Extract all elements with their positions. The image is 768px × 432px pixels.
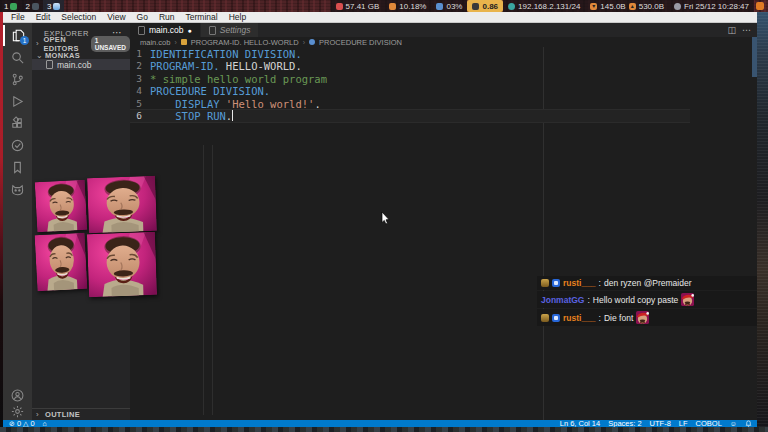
system-top-bar: 1 2 3 57.41 GB 10.18% 03% 0.86 xyxy=(0,0,768,12)
testing-icon[interactable] xyxy=(3,135,32,156)
code-line-5: 5 DISPLAY 'Hello world!' . xyxy=(130,98,690,110)
tab-bar: main.cob ● Settings ◫ ⋯ xyxy=(130,23,757,37)
file-icon xyxy=(138,26,145,35)
chat-text: Die font xyxy=(604,313,633,323)
code-token: IDENTIFICATION DIVISION. xyxy=(150,48,302,60)
chat-message: rusti___: Die font xyxy=(537,309,757,326)
menu-view[interactable]: View xyxy=(107,12,125,22)
code-line-2: 2 PROGRAM-ID. HELLO-WORLD. xyxy=(130,60,690,72)
menu-edit[interactable]: Edit xyxy=(36,12,51,22)
warning-icon: △ xyxy=(23,420,28,427)
code-token: PROGRAM-ID. xyxy=(150,60,220,72)
split-editor-icon[interactable]: ◫ xyxy=(727,25,736,35)
chat-text: Hello world copy paste xyxy=(593,295,679,305)
home-icon: ⌂ xyxy=(43,420,47,427)
code-file-icon xyxy=(53,3,60,10)
load-module: 0.86 xyxy=(467,0,503,12)
code-token: HELLO-WORLD. xyxy=(220,60,302,72)
code-area[interactable]: 1 IDENTIFICATION DIVISION. 2 PROGRAM-ID.… xyxy=(130,47,757,420)
menu-run[interactable]: Run xyxy=(159,12,175,22)
code-token: STOP RUN xyxy=(150,110,226,122)
santa-risitas-emote-icon xyxy=(636,311,649,324)
tab-settings[interactable]: Settings xyxy=(200,23,259,37)
date-time: Fri 25/12 10:28:47 xyxy=(684,2,749,11)
activity-bar: 1 xyxy=(3,23,32,420)
sub-badge-icon xyxy=(541,314,549,322)
line-number: 1 xyxy=(130,48,150,60)
problems-indicator[interactable]: ⊘ 0 △ 0 xyxy=(9,420,35,427)
line-number: 4 xyxy=(130,85,150,97)
breadcrumb-procedure[interactable]: PROCEDURE DIVISION xyxy=(319,38,402,47)
extensions-icon[interactable] xyxy=(3,113,32,134)
run-debug-icon[interactable] xyxy=(3,91,32,112)
desktop: 1 2 3 57.41 GB 10.18% 03% 0.86 xyxy=(0,0,768,432)
warning-count: 0 xyxy=(30,420,34,427)
search-icon[interactable] xyxy=(3,47,32,68)
twitch-chat-overlay: rusti___: den ryzen @Premaider JonmatGG:… xyxy=(537,276,757,327)
pet-icon[interactable] xyxy=(3,179,32,200)
line-number: 2 xyxy=(130,60,150,72)
file-main-cob[interactable]: main.cob xyxy=(32,59,130,70)
clock-module: Fri 25/12 10:28:47 xyxy=(669,0,754,12)
source-control-icon[interactable] xyxy=(3,69,32,90)
menu-selection[interactable]: Selection xyxy=(61,12,96,22)
chat-separator: : xyxy=(599,313,601,323)
code-line-4: 4 PROCEDURE DIVISION. xyxy=(130,85,690,97)
code-line-6: 6 STOP RUN . xyxy=(130,110,690,122)
workspace-1[interactable]: 1 xyxy=(0,0,21,12)
bits-badge-icon xyxy=(552,314,560,322)
tab-main-cob[interactable]: main.cob ● xyxy=(130,23,200,37)
notifications-button[interactable] xyxy=(745,420,752,427)
menu-terminal[interactable]: Terminal xyxy=(186,12,218,22)
tab-label: Settings xyxy=(220,25,251,35)
chat-separator: : xyxy=(599,278,601,288)
risitas-meme-image xyxy=(35,233,88,292)
mouse-cursor xyxy=(381,212,390,225)
breadcrumb-program[interactable]: PROGRAM-ID. HELLO-WORLD xyxy=(191,38,299,47)
language-mode[interactable]: COBOL xyxy=(696,420,722,427)
eol-setting[interactable]: LF xyxy=(679,420,688,427)
error-icon: ⊘ xyxy=(9,420,15,427)
text-caret xyxy=(232,110,233,121)
outline-section[interactable]: › OUTLINE xyxy=(32,408,130,420)
workspace-3[interactable]: 3 xyxy=(43,0,64,12)
load-average: 0.86 xyxy=(482,2,498,11)
memory-usage: 10.18% xyxy=(399,2,426,11)
feedback-button[interactable]: ☺ xyxy=(730,420,737,427)
line-number: 3 xyxy=(130,73,150,85)
file-name: main.cob xyxy=(57,60,92,70)
indent-guide xyxy=(212,145,213,415)
tray-icon[interactable] xyxy=(756,2,764,10)
chat-message: JonmatGG: Hello world copy paste xyxy=(537,291,757,308)
menu-help[interactable]: Help xyxy=(229,12,246,22)
workspace-3-number: 3 xyxy=(47,2,51,11)
upload-rate: 530.0B xyxy=(639,2,664,11)
network-module: 192.168.2.131/24 xyxy=(503,0,585,12)
cursor-position[interactable]: Ln 6, Col 14 xyxy=(560,420,600,427)
bookmarks-icon[interactable] xyxy=(3,157,32,178)
file-icon xyxy=(209,26,216,35)
status-bar: ⊘ 0 △ 0 ⌂ Ln 6, Col 14 Spaces: 2 UTF-8 L… xyxy=(3,420,758,427)
editor-more-icon[interactable]: ⋯ xyxy=(742,25,751,35)
santa-risitas-emote-icon xyxy=(681,293,694,306)
menu-file[interactable]: File xyxy=(11,12,25,22)
explorer-icon[interactable]: 1 xyxy=(3,25,32,46)
workspace-2-number: 2 xyxy=(25,2,29,11)
menu-go[interactable]: Go xyxy=(137,12,148,22)
disk-icon xyxy=(336,3,343,10)
breadcrumb-separator: › xyxy=(174,39,176,46)
cpu-module: 03% xyxy=(431,0,467,12)
taskbar-strip xyxy=(0,427,768,432)
open-editors-section[interactable]: › OPEN EDITORS 1 UNSAVED xyxy=(32,38,130,49)
symbol-class-icon xyxy=(181,39,187,45)
outline-label: OUTLINE xyxy=(45,410,80,419)
editor-group: main.cob ● Settings ◫ ⋯ main.cob › PROGR… xyxy=(130,23,757,420)
home-button[interactable]: ⌂ xyxy=(43,420,47,427)
chat-username: rusti___ xyxy=(563,278,596,288)
workspace-2[interactable]: 2 xyxy=(21,0,42,12)
modified-dot-icon[interactable]: ● xyxy=(188,27,192,34)
line-number: 5 xyxy=(130,98,150,110)
indentation-setting[interactable]: Spaces: 2 xyxy=(608,420,641,427)
encoding-setting[interactable]: UTF-8 xyxy=(650,420,671,427)
breadcrumb-file[interactable]: main.cob xyxy=(140,38,170,47)
